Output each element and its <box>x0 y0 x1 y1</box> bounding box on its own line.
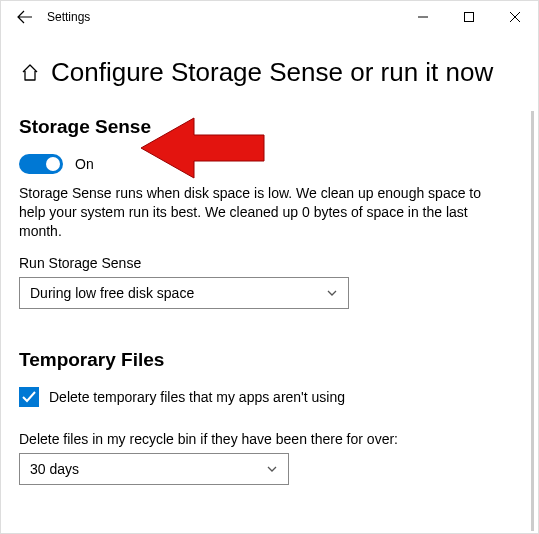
minimize-icon <box>418 12 428 22</box>
page-title: Configure Storage Sense or run it now <box>51 57 493 88</box>
toggle-state-label: On <box>75 156 94 172</box>
home-icon <box>20 63 40 83</box>
storage-sense-description: Storage Sense runs when disk space is lo… <box>19 184 499 241</box>
close-icon <box>510 12 520 22</box>
storage-sense-toggle-row: On <box>19 154 520 174</box>
recycle-bin-label: Delete files in my recycle bin if they h… <box>19 431 520 447</box>
run-storage-sense-value: During low free disk space <box>30 285 194 301</box>
chevron-down-icon <box>266 463 278 475</box>
back-button[interactable] <box>9 1 41 33</box>
maximize-icon <box>464 12 474 22</box>
storage-sense-toggle[interactable] <box>19 154 63 174</box>
titlebar: Settings <box>1 1 538 33</box>
storage-sense-heading: Storage Sense <box>19 116 520 138</box>
chevron-down-icon <box>326 287 338 299</box>
recycle-bin-dropdown[interactable]: 30 days <box>19 453 289 485</box>
close-button[interactable] <box>492 1 538 33</box>
recycle-bin-value: 30 days <box>30 461 79 477</box>
window-title: Settings <box>47 10 90 24</box>
temporary-files-heading: Temporary Files <box>19 349 520 371</box>
toggle-knob <box>46 157 60 171</box>
window-controls <box>400 1 538 33</box>
delete-temp-checkbox[interactable] <box>19 387 39 407</box>
maximize-button[interactable] <box>446 1 492 33</box>
minimize-button[interactable] <box>400 1 446 33</box>
delete-temp-row: Delete temporary files that my apps aren… <box>19 387 520 407</box>
checkmark-icon <box>21 389 37 405</box>
run-storage-sense-label: Run Storage Sense <box>19 255 520 271</box>
content-area: Configure Storage Sense or run it now St… <box>1 33 538 485</box>
back-arrow-icon <box>17 9 33 25</box>
page-header: Configure Storage Sense or run it now <box>19 57 520 88</box>
home-button[interactable] <box>19 62 41 84</box>
svg-rect-0 <box>465 13 474 22</box>
scrollbar[interactable] <box>531 111 534 531</box>
delete-temp-label: Delete temporary files that my apps aren… <box>49 389 345 405</box>
run-storage-sense-dropdown[interactable]: During low free disk space <box>19 277 349 309</box>
